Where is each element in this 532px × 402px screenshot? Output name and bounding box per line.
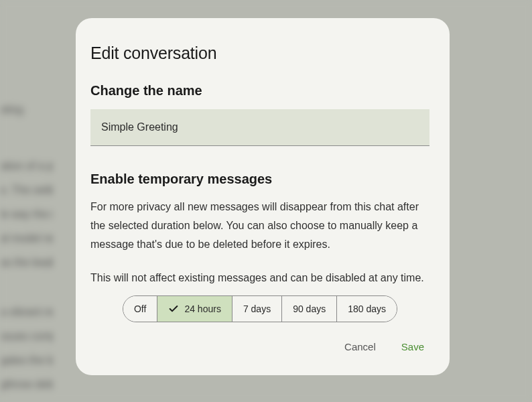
duration-option-off[interactable]: Off bbox=[123, 296, 157, 322]
duration-option-label: 24 hours bbox=[184, 304, 220, 314]
background-blurred-text: eting ation of a pot e. The setting le w… bbox=[0, 100, 54, 399]
temporary-messages-description: For more privacy all new messages will d… bbox=[90, 198, 429, 254]
duration-option-label: Off bbox=[134, 304, 146, 314]
duration-option-180-days[interactable]: 180 days bbox=[337, 296, 397, 322]
duration-option-90-days[interactable]: 90 days bbox=[282, 296, 337, 322]
conversation-name-input[interactable] bbox=[90, 109, 429, 146]
cancel-button[interactable]: Cancel bbox=[343, 337, 377, 356]
duration-option-7-days[interactable]: 7 days bbox=[232, 296, 282, 322]
temporary-messages-note: This will not affect existing messages a… bbox=[90, 269, 429, 287]
dialog-actions: Cancel Save bbox=[90, 337, 429, 356]
duration-option-label: 180 days bbox=[348, 304, 386, 314]
duration-segmented-control: Off 24 hours 7 days 90 days 180 days bbox=[123, 295, 397, 322]
save-button[interactable]: Save bbox=[400, 337, 425, 356]
edit-conversation-dialog: Edit conversation Change the name Enable… bbox=[76, 18, 450, 375]
duration-option-label: 90 days bbox=[293, 304, 326, 314]
duration-option-label: 7 days bbox=[243, 304, 271, 314]
duration-option-24-hours[interactable]: 24 hours bbox=[157, 296, 232, 322]
temporary-messages-heading: Enable temporary messages bbox=[90, 172, 429, 187]
change-name-heading: Change the name bbox=[90, 83, 429, 98]
dialog-title: Edit conversation bbox=[90, 44, 429, 63]
check-icon bbox=[168, 304, 179, 314]
